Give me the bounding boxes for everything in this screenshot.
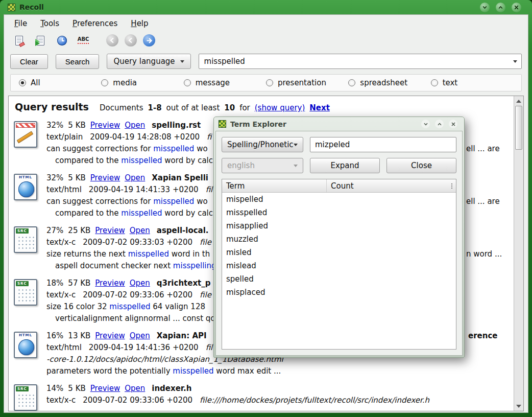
term-row[interactable]: spelled	[222, 272, 456, 286]
relevance-percent: 27%	[46, 225, 63, 237]
snippet-text: can suggest corrections for	[46, 197, 153, 206]
menu-preferences[interactable]: Preferences	[67, 17, 123, 30]
radio-media[interactable]	[101, 79, 108, 86]
results-scrollbar[interactable]	[514, 96, 523, 411]
result-icon-column: HTML	[14, 172, 39, 219]
next-page-button[interactable]	[143, 34, 155, 47]
next-results-link[interactable]: Next	[309, 103, 330, 112]
term-table: Term Count mispelledmisspelledmisapplied…	[222, 179, 456, 350]
open-link[interactable]: Open	[125, 172, 145, 184]
filter-all[interactable]: All	[19, 78, 101, 87]
highlighted-term: misspelled	[153, 144, 194, 153]
menu-help[interactable]: Help	[126, 17, 153, 30]
close-icon	[451, 122, 456, 127]
snippet-text: wo	[194, 197, 207, 206]
highlighted-term: misspelled	[173, 366, 213, 376]
menu-file[interactable]: File	[9, 17, 32, 30]
count-column-header[interactable]: Count	[327, 179, 448, 192]
filter-text[interactable]: text	[431, 78, 513, 87]
search-input[interactable]: misspelled	[199, 54, 522, 69]
radio-presentation[interactable]	[266, 79, 273, 86]
result-icon-column	[14, 120, 39, 167]
filter-message[interactable]: message	[184, 78, 266, 87]
term-row[interactable]: mispelled	[222, 193, 456, 206]
preview-link[interactable]: Preview	[95, 277, 125, 289]
dialog-close-button[interactable]	[449, 120, 457, 128]
filter-presentation[interactable]: presentation	[266, 78, 348, 87]
term-input[interactable]: mizpeled	[310, 137, 456, 152]
open-link[interactable]: Open	[130, 330, 150, 342]
open-link[interactable]: Open	[125, 383, 145, 395]
file-size: 57 KB	[68, 277, 90, 289]
expand-button[interactable]: Expand	[310, 158, 380, 173]
search-row: Clear Search Query language misspelled	[4, 51, 528, 73]
term-row[interactable]: misplaced	[222, 286, 456, 299]
scroll-down-button[interactable]	[514, 402, 523, 410]
window-close-button[interactable]	[512, 3, 521, 12]
highlighted-term: misspelled	[128, 249, 169, 259]
snippet-text: can suggest corrections for	[46, 144, 153, 153]
doc-url: file	[200, 290, 211, 299]
radio-text[interactable]	[431, 79, 438, 86]
radio-spreadsheet[interactable]	[348, 79, 355, 86]
query-history-button[interactable]	[54, 33, 69, 48]
filter-media[interactable]: media	[101, 78, 183, 87]
dialog-shade-button[interactable]	[421, 120, 430, 128]
first-page-button[interactable]	[106, 34, 118, 47]
scrollbar-thumb[interactable]	[515, 106, 522, 150]
snippet-text: size 16 color 32	[46, 302, 109, 311]
doc-url: fil	[206, 185, 213, 194]
language-select[interactable]: english	[222, 158, 303, 173]
result-title: indexer.h	[152, 383, 191, 395]
preview-link[interactable]: Preview	[95, 225, 125, 237]
close-button[interactable]: Close	[386, 158, 456, 173]
open-link[interactable]: Open	[130, 277, 150, 289]
scroll-up-button[interactable]	[514, 97, 523, 105]
relevance-percent: 32%	[46, 172, 63, 184]
radio-all[interactable]	[19, 79, 26, 86]
pencil-icon	[17, 131, 34, 144]
window-restore-button[interactable]	[496, 3, 505, 12]
open-link[interactable]: Open	[130, 225, 150, 237]
language-value: english	[227, 161, 255, 170]
query-mode-select[interactable]: Query language	[107, 54, 190, 69]
term-column-header[interactable]: Term	[222, 179, 327, 192]
dialog-restore-button[interactable]	[435, 120, 444, 128]
preview-link[interactable]: Preview	[90, 172, 120, 184]
snippet-text: compared to the	[55, 156, 121, 165]
term-row[interactable]: muzzled	[222, 233, 456, 246]
radio-message[interactable]	[184, 79, 191, 86]
preview-link[interactable]: Preview	[90, 120, 120, 131]
close-icon	[514, 5, 519, 10]
snippet-text: aspell document checker next	[55, 261, 173, 270]
prev-page-button[interactable]	[125, 34, 137, 47]
header-menu-icon[interactable]	[448, 179, 456, 192]
term-explorer-titlebar[interactable]: Term Explorer	[215, 117, 463, 131]
open-link[interactable]: Open	[125, 120, 145, 131]
menu-tools[interactable]: Tools	[35, 17, 64, 30]
expansion-mode-select[interactable]: Spelling/Phonetic	[222, 137, 303, 152]
term-table-header: Term Count	[222, 179, 456, 193]
term-explorer-button[interactable]: ABC	[76, 33, 91, 48]
term-row[interactable]: mislead	[222, 259, 456, 272]
clear-button[interactable]: Clear	[10, 54, 48, 69]
chevron-up-icon	[498, 5, 503, 10]
term-row[interactable]: misspelled	[222, 206, 456, 219]
preview-link[interactable]: Preview	[90, 383, 120, 395]
snippet-fragment: ell ... are	[466, 196, 500, 207]
clear-search-button[interactable]	[11, 33, 27, 48]
save-query-button[interactable]	[33, 33, 48, 48]
results-header: Query results Documents 1-8 out of at le…	[15, 101, 500, 112]
arrow-down-icon	[516, 405, 521, 408]
snippet-line: parameters word the potentially misspell…	[46, 365, 500, 377]
window-titlebar[interactable]: Recoll	[4, 0, 528, 14]
search-button[interactable]: Search	[56, 54, 100, 69]
window-shade-button[interactable]	[480, 3, 490, 12]
src-file-icon: SRC	[14, 279, 37, 306]
term-row[interactable]: misled	[222, 246, 456, 259]
show-query-link[interactable]: (show query)	[255, 103, 305, 112]
term-row[interactable]: misapplied	[222, 219, 456, 233]
combo-chevron-down-icon[interactable]	[513, 60, 517, 63]
preview-link[interactable]: Preview	[95, 330, 125, 342]
filter-spreadsheet[interactable]: spreadsheet	[348, 78, 430, 87]
